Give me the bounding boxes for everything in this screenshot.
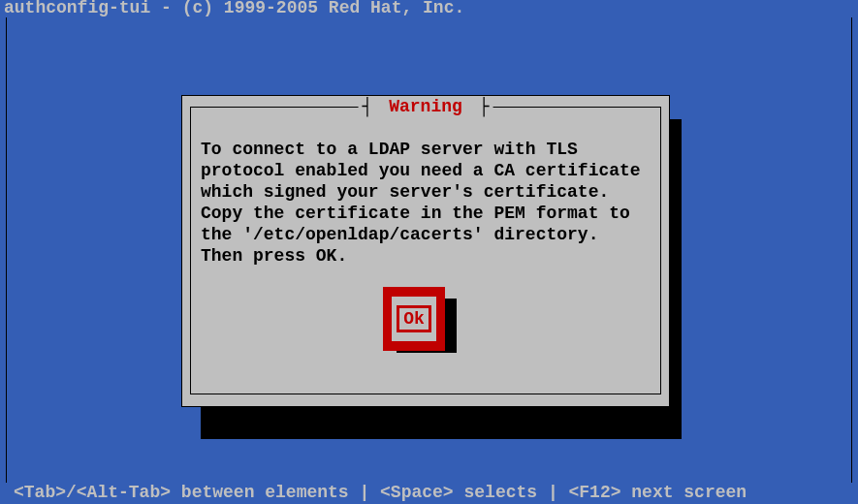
dialog-title: Warning — [383, 97, 468, 116]
ok-button-label: Ok — [403, 309, 425, 329]
main-frame: ┤ Warning ├ To connect to a LDAP server … — [6, 17, 852, 483]
app-title: authconfig-tui - (c) 1999-2005 Red Hat, … — [4, 0, 464, 17]
title-pipe-right: ├ — [479, 97, 490, 116]
dialog-message: To connect to a LDAP server with TLS pro… — [201, 139, 651, 267]
warning-dialog: ┤ Warning ├ To connect to a LDAP server … — [181, 95, 670, 407]
footer-hint-text: <Tab>/<Alt-Tab> between elements | <Spac… — [14, 483, 747, 502]
ok-button-mid: Ok — [392, 297, 436, 341]
ok-button-inner: Ok — [397, 305, 431, 332]
dialog-title-wrap: ┤ Warning ├ — [359, 97, 493, 116]
ok-button[interactable]: Ok — [383, 287, 445, 351]
footer-hints: <Tab>/<Alt-Tab> between elements | <Spac… — [0, 483, 858, 504]
title-pipe-left: ┤ — [363, 97, 373, 116]
app-header: authconfig-tui - (c) 1999-2005 Red Hat, … — [0, 0, 858, 16]
